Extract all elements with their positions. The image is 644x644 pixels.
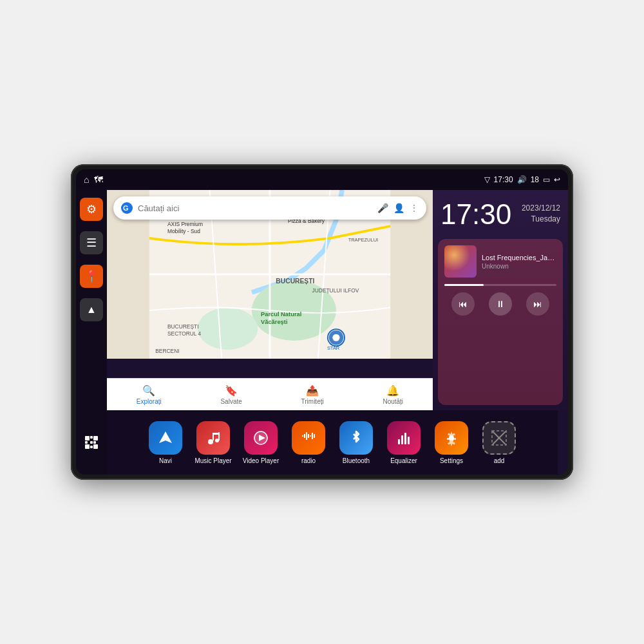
app-radio[interactable]: radio [286, 421, 331, 464]
app-grid: Navi Music Pl [143, 421, 522, 464]
svg-rect-27 [93, 441, 96, 444]
svg-point-2 [198, 307, 258, 350]
home-icon[interactable]: ⌂ [84, 175, 89, 185]
equalizer-label: Equalizer [390, 457, 417, 464]
svg-rect-42 [308, 434, 309, 438]
app-settings[interactable]: Settings [429, 421, 474, 464]
battery-level: 18 [531, 175, 539, 184]
music-pause-button[interactable]: ⏸ [489, 292, 512, 316]
svg-rect-26 [85, 444, 90, 449]
map-nav-send[interactable]: 📤 Trimiteți [301, 384, 324, 405]
clock-date: 2023/12/12 Tuesday [522, 200, 560, 225]
music-player-icon [196, 421, 230, 455]
volume-icon: 🔊 [517, 175, 527, 184]
svg-rect-40 [304, 434, 305, 438]
battery-icon: ▭ [543, 175, 550, 184]
svg-rect-48 [404, 433, 406, 444]
status-time: 17:30 [494, 175, 513, 184]
music-player-label: Music Player [194, 457, 231, 464]
svg-rect-45 [314, 434, 315, 438]
radio-label: radio [301, 457, 316, 464]
app-equalizer[interactable]: Equalizer [381, 421, 426, 464]
device-screen: ⌂ 🗺 ▽ 17:30 🔊 18 ▭ ↩ ⚙ ☰ [76, 169, 568, 475]
svg-rect-47 [401, 435, 403, 444]
music-artist: Unknown [482, 263, 556, 270]
sidebar-settings-icon[interactable]: ⚙ [80, 198, 103, 221]
wifi-icon: ▽ [484, 175, 490, 184]
navi-label: Navi [159, 457, 172, 464]
sidebar-location-icon[interactable]: 📍 [80, 265, 103, 288]
main-area: ⚙ ☰ 📍 ▲ [76, 190, 568, 410]
svg-text:G: G [123, 204, 129, 212]
app-music-player[interactable]: Music Player [191, 421, 236, 464]
account-icon[interactable]: 👤 [393, 203, 404, 213]
music-title: Lost Frequencies_Janie... [482, 254, 556, 261]
svg-point-32 [208, 439, 213, 444]
svg-text:STAR: STAR [327, 345, 340, 351]
music-progress-fill [444, 284, 484, 286]
svg-text:BUCUREȘTI: BUCUREȘTI [276, 278, 314, 285]
radio-icon [292, 421, 325, 455]
app-add[interactable]: add [477, 421, 522, 464]
center-map-area: AXIS Premium Mobility - Sud Pizza & Bake… [107, 190, 433, 410]
music-controls: ⏮ ⏸ ⏭ [444, 292, 556, 316]
status-right: ▽ 17:30 🔊 18 ▭ ↩ [484, 175, 560, 184]
music-next-button[interactable]: ⏭ [526, 292, 549, 316]
google-maps-icon: G [121, 202, 133, 214]
svg-text:SECTORUL 4: SECTORUL 4 [167, 330, 202, 337]
svg-point-17 [332, 334, 339, 341]
sidebar-navigation-icon[interactable]: ▲ [80, 298, 103, 321]
back-icon[interactable]: ↩ [554, 175, 560, 184]
svg-text:BERCENI: BERCENI [155, 348, 179, 354]
apps-grid-button[interactable] [76, 410, 107, 475]
right-panel: 17:30 2023/12/12 Tuesday Lost Frequencie… [433, 190, 568, 410]
bluetooth-label: Bluetooth [343, 457, 370, 464]
device: ⌂ 🗺 ▽ 17:30 🔊 18 ▭ ↩ ⚙ ☰ [71, 164, 573, 480]
svg-text:AXIS Premium: AXIS Premium [167, 221, 203, 227]
svg-text:TRAPEZULUI: TRAPEZULUI [348, 237, 378, 243]
app-bluetooth[interactable]: Bluetooth [334, 421, 379, 464]
music-prev-button[interactable]: ⏮ [451, 292, 475, 316]
map-icon[interactable]: 🗺 [94, 175, 103, 185]
music-info: Lost Frequencies_Janie... Unknown [482, 254, 556, 270]
video-player-label: Video Player [243, 457, 279, 464]
map-search-icons: 🎤 👤 ⋮ [377, 203, 419, 213]
map-nav-saved[interactable]: 🔖 Salvate [220, 384, 242, 405]
bottom-bar: Navi Music Pl [76, 410, 568, 475]
settings-icon [435, 421, 468, 455]
svg-text:BUCUREȘTI: BUCUREȘTI [167, 323, 199, 330]
svg-rect-49 [408, 437, 410, 444]
album-art [444, 245, 477, 278]
svg-rect-24 [93, 436, 98, 440]
equalizer-icon [387, 421, 421, 455]
map-search-input[interactable] [138, 204, 377, 213]
grid-icon [84, 435, 99, 450]
video-player-icon [244, 421, 278, 455]
svg-rect-35 [213, 433, 214, 440]
mic-icon[interactable]: 🎤 [377, 203, 388, 213]
svg-rect-39 [302, 435, 303, 437]
svg-rect-23 [90, 436, 93, 439]
svg-marker-31 [159, 431, 172, 443]
map-nav-news[interactable]: 🔔 Noutăți [383, 384, 403, 405]
status-bar: ⌂ 🗺 ▽ 17:30 🔊 18 ▭ ↩ [76, 169, 568, 190]
map-bottom-nav: 🔍 Explorați 🔖 Salvate 📤 Trimiteți 🔔 Nout… [107, 378, 433, 410]
svg-rect-29 [90, 441, 93, 444]
svg-rect-34 [213, 433, 218, 435]
svg-rect-43 [310, 435, 311, 437]
menu-dots-icon[interactable]: ⋮ [410, 203, 419, 213]
map-search-bar[interactable]: G 🎤 👤 ⋮ [113, 196, 426, 220]
left-sidebar: ⚙ ☰ 📍 ▲ [76, 190, 107, 410]
svg-rect-46 [398, 439, 400, 444]
music-progress-bar[interactable] [444, 284, 556, 286]
svg-rect-41 [306, 432, 307, 440]
sidebar-archive-icon[interactable]: ☰ [80, 231, 103, 254]
map-nav-explore[interactable]: 🔍 Explorați [137, 384, 162, 405]
map-container[interactable]: AXIS Premium Mobility - Sud Pizza & Bake… [107, 190, 433, 359]
app-navi[interactable]: Navi [143, 421, 188, 464]
navi-icon [149, 421, 182, 455]
app-video-player[interactable]: Video Player [238, 421, 283, 464]
svg-text:Mobility - Sud: Mobility - Sud [167, 228, 200, 234]
music-card: Lost Frequencies_Janie... Unknown ⏮ ⏸ [438, 239, 563, 405]
svg-rect-36 [218, 432, 220, 440]
